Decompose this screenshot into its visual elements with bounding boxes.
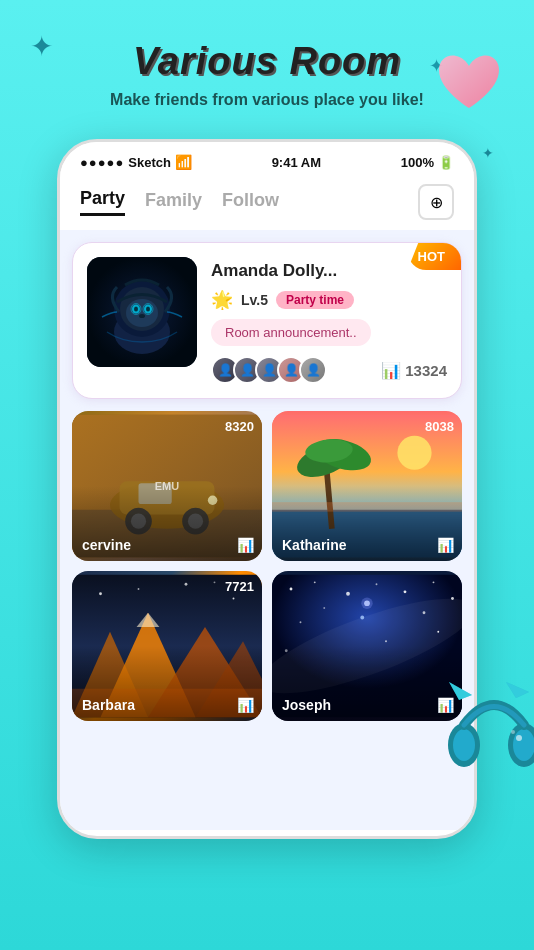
room-card-joseph[interactable]: Joseph 📊 bbox=[272, 571, 462, 721]
count-label: 13324 bbox=[405, 362, 447, 379]
room-card-cervine[interactable]: EMU 8320 cervine 📊 bbox=[72, 411, 262, 561]
avatar-5: 👤 bbox=[299, 356, 327, 384]
headphones-decoration bbox=[444, 680, 534, 790]
svg-point-17 bbox=[134, 307, 138, 312]
room-count-katharine: 8038 bbox=[425, 419, 454, 434]
time-display: 9:41 AM bbox=[272, 155, 321, 170]
room-name-barbara: Barbara bbox=[82, 697, 135, 713]
bar-icon-katharine: 📊 bbox=[437, 537, 454, 553]
room-name-katharine: Katharine bbox=[282, 537, 347, 553]
view-count: 📊 13324 bbox=[381, 361, 447, 380]
bar-chart-icon: 📊 bbox=[381, 361, 401, 380]
sparkle-icon-3: ✦ bbox=[482, 145, 494, 161]
room-announcement: Room announcement.. bbox=[211, 319, 371, 346]
featured-room-card[interactable]: HOT bbox=[72, 242, 462, 399]
svg-point-18 bbox=[146, 307, 150, 312]
room-count-barbara: 7721 bbox=[225, 579, 254, 594]
svg-point-9 bbox=[511, 730, 515, 734]
rooms-grid: EMU 8320 cervine 📊 bbox=[72, 411, 462, 721]
svg-point-8 bbox=[516, 735, 522, 741]
room-count-cervine: 8320 bbox=[225, 419, 254, 434]
status-right: 100% 🔋 bbox=[401, 155, 454, 170]
tab-family[interactable]: Family bbox=[145, 190, 202, 215]
tab-party[interactable]: Party bbox=[80, 188, 125, 216]
party-tag: Party time bbox=[276, 291, 354, 309]
room-content: HOT bbox=[60, 230, 474, 830]
signal-dots: ●●●●● bbox=[80, 155, 124, 170]
bar-icon-cervine: 📊 bbox=[237, 537, 254, 553]
room-card-barbara[interactable]: 7721 Barbara 📊 bbox=[72, 571, 262, 721]
tab-follow[interactable]: Follow bbox=[222, 190, 279, 215]
hot-badge: HOT bbox=[408, 243, 461, 270]
svg-point-21 bbox=[139, 314, 145, 318]
emu-label: EMU bbox=[155, 480, 179, 492]
level-sun-icon: 🌟 bbox=[211, 289, 233, 311]
featured-thumbnail bbox=[87, 257, 197, 367]
page-title: Various Room bbox=[30, 40, 504, 83]
tab-navigation: Party Family Follow ⊕ bbox=[60, 176, 474, 230]
bar-icon-barbara: 📊 bbox=[237, 697, 254, 713]
room-name-cervine: cervine bbox=[82, 537, 131, 553]
svg-point-3 bbox=[513, 729, 534, 761]
level-row: 🌟 Lv.5 Party time bbox=[211, 289, 447, 311]
header-section: Various Room Make friends from various p… bbox=[0, 0, 534, 124]
featured-info: Amanda Dolly... 🌟 Lv.5 Party time Room a… bbox=[211, 257, 447, 384]
room-card-katharine[interactable]: 8038 Katharine 📊 bbox=[272, 411, 462, 561]
wifi-icon: 📶 bbox=[175, 154, 192, 170]
level-text: Lv.5 bbox=[241, 292, 268, 308]
svg-point-1 bbox=[453, 729, 475, 761]
avatar-stack: 👤 👤 👤 👤 👤 bbox=[211, 356, 327, 384]
svg-point-14 bbox=[126, 299, 158, 327]
page-subtitle: Make friends from various place you like… bbox=[30, 91, 504, 109]
svg-marker-5 bbox=[449, 682, 472, 700]
battery-label: 100% bbox=[401, 155, 434, 170]
plus-icon: ⊕ bbox=[430, 193, 443, 212]
room-name-joseph: Joseph bbox=[282, 697, 331, 713]
add-room-button[interactable]: ⊕ bbox=[418, 184, 454, 220]
battery-icon: 🔋 bbox=[438, 155, 454, 170]
avatars-row: 👤 👤 👤 👤 👤 📊 13324 bbox=[211, 356, 447, 384]
phone-mockup: ●●●●● Sketch 📶 9:41 AM 100% 🔋 Party Fami… bbox=[57, 139, 477, 839]
status-left: ●●●●● Sketch 📶 bbox=[80, 154, 192, 170]
status-bar: ●●●●● Sketch 📶 9:41 AM 100% 🔋 bbox=[60, 142, 474, 176]
carrier-label: Sketch bbox=[128, 155, 171, 170]
svg-marker-7 bbox=[506, 682, 529, 698]
